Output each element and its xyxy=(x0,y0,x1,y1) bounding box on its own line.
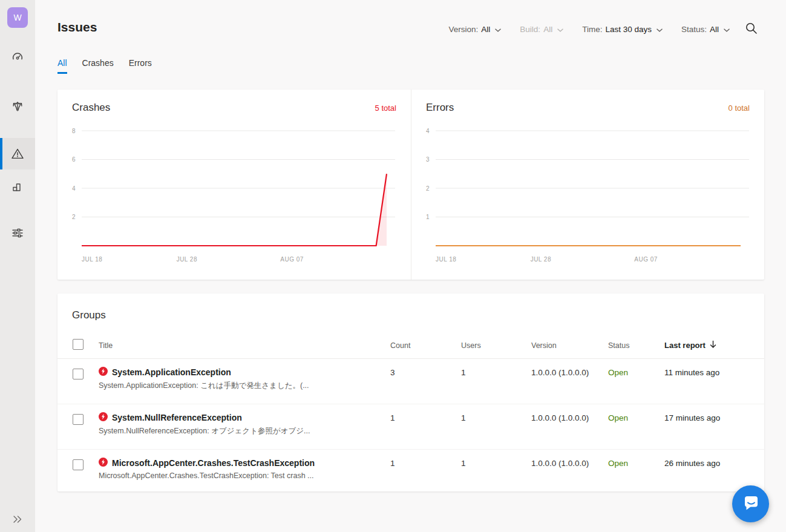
filter-version-label: Version: xyxy=(449,25,479,34)
svg-text:1: 1 xyxy=(426,214,430,220)
group-users: 1 xyxy=(461,367,531,377)
row-checkbox[interactable] xyxy=(73,459,84,470)
filter-bar: Version: All Build: All Time: Last 30 da… xyxy=(449,24,730,34)
group-version: 1.0.0.0 (1.0.0.0) xyxy=(531,367,608,377)
group-status: Open xyxy=(608,412,664,422)
crashes-chart: 2468JUL 18JUL 28AUG 07 xyxy=(72,125,396,271)
filter-build[interactable]: Build: All xyxy=(520,24,564,34)
crash-bolt-icon xyxy=(99,412,108,423)
filter-version-value: All xyxy=(481,25,490,34)
filter-status[interactable]: Status: All xyxy=(681,24,730,34)
filter-time-value: Last 30 days xyxy=(605,25,652,34)
filter-version[interactable]: Version: All xyxy=(449,24,502,34)
svg-text:JUL 18: JUL 18 xyxy=(436,256,456,263)
sidebar-item-distribute[interactable] xyxy=(0,91,35,121)
column-header-count[interactable]: Count xyxy=(390,341,461,350)
chevron-down-icon xyxy=(494,25,502,34)
sidebar-item-settings[interactable] xyxy=(0,218,35,248)
group-title: System.NullReferenceException xyxy=(112,413,242,422)
group-count: 1 xyxy=(390,412,461,422)
group-title: System.ApplicationException xyxy=(112,367,231,377)
group-status: Open xyxy=(608,458,664,468)
tab-crashes[interactable]: Crashes xyxy=(82,58,114,74)
column-header-status[interactable]: Status xyxy=(608,341,664,350)
sidebar-item-diagnostics[interactable] xyxy=(0,138,35,169)
svg-text:2: 2 xyxy=(72,214,76,220)
group-last-report: 26 minutes ago xyxy=(664,458,764,468)
filter-time[interactable]: Time: Last 30 days xyxy=(582,24,663,34)
svg-text:JUL 28: JUL 28 xyxy=(531,256,551,263)
group-status: Open xyxy=(608,367,664,377)
group-subtitle: System.NullReferenceException: オブジェクト参照が… xyxy=(99,426,390,436)
sidebar: W xyxy=(0,0,35,532)
groups-title: Groups xyxy=(57,294,764,321)
double-chevron-right-icon xyxy=(11,513,24,526)
svg-text:4: 4 xyxy=(426,128,430,134)
tab-all[interactable]: All xyxy=(57,58,67,74)
groups-table-header: Title Count Users Version Status Last re… xyxy=(57,332,764,359)
chat-bubble-icon xyxy=(739,491,763,517)
issues-tabs: All Crashes Errors xyxy=(57,58,152,74)
crashes-total-badge[interactable]: 5 total xyxy=(375,103,396,113)
sidebar-collapse-button[interactable] xyxy=(0,504,35,532)
sidebar-item-analytics[interactable] xyxy=(0,171,35,202)
app-avatar-label: W xyxy=(13,13,21,22)
chat-messenger-button[interactable] xyxy=(732,485,769,522)
group-last-report: 11 minutes ago xyxy=(664,367,764,377)
svg-text:4: 4 xyxy=(72,185,76,192)
bar-chart-icon xyxy=(10,179,25,194)
group-users: 1 xyxy=(461,412,531,422)
crash-bolt-icon xyxy=(99,458,108,468)
group-row-testcrash-exception[interactable]: Microsoft.AppCenter.Crashes.TestCrashExc… xyxy=(57,450,764,491)
groups-card: Groups Title Count Users Version Status … xyxy=(57,294,764,491)
select-all-checkbox[interactable] xyxy=(73,339,84,350)
svg-text:JUL 18: JUL 18 xyxy=(82,256,102,263)
app-avatar[interactable]: W xyxy=(7,7,28,28)
group-count: 3 xyxy=(390,367,461,377)
group-version: 1.0.0.0 (1.0.0.0) xyxy=(531,412,608,422)
errors-chart: 1234JUL 18JUL 28AUG 07 xyxy=(426,125,750,271)
search-button[interactable] xyxy=(745,22,759,36)
chevron-down-icon xyxy=(656,25,663,34)
errors-chart-title: Errors xyxy=(426,102,454,114)
filter-build-label: Build: xyxy=(520,25,540,34)
filter-time-label: Time: xyxy=(582,25,602,34)
sort-arrow-down-icon xyxy=(709,340,717,350)
column-header-version[interactable]: Version xyxy=(531,341,608,350)
svg-text:JUL 28: JUL 28 xyxy=(177,256,197,263)
gauge-icon xyxy=(10,50,25,65)
sliders-icon xyxy=(10,226,25,240)
sidebar-item-overview[interactable] xyxy=(0,42,35,73)
errors-total-badge[interactable]: 0 total xyxy=(729,103,750,113)
svg-text:3: 3 xyxy=(426,156,430,163)
errors-chart-panel: Errors 0 total 1234JUL 18JUL 28AUG 07 xyxy=(411,90,764,280)
svg-text:AUG 07: AUG 07 xyxy=(634,256,658,263)
column-header-users[interactable]: Users xyxy=(461,341,531,350)
crash-bolt-icon xyxy=(99,367,108,378)
svg-text:AUG 07: AUG 07 xyxy=(280,256,304,263)
group-version: 1.0.0.0 (1.0.0.0) xyxy=(531,458,608,468)
group-title: Microsoft.AppCenter.Crashes.TestCrashExc… xyxy=(112,458,315,468)
charts-card: Crashes 5 total 2468JUL 18JUL 28AUG 07 E… xyxy=(57,90,764,280)
svg-text:8: 8 xyxy=(72,128,76,134)
svg-text:2: 2 xyxy=(426,185,430,192)
group-users: 1 xyxy=(461,458,531,468)
column-header-last-report[interactable]: Last report xyxy=(664,340,764,350)
magnifier-icon xyxy=(745,27,758,37)
filter-status-value: All xyxy=(710,25,719,34)
group-subtitle: System.ApplicationException: これは手動で発生さまし… xyxy=(99,381,390,391)
distribute-arrows-icon xyxy=(10,99,25,113)
crashes-chart-panel: Crashes 5 total 2468JUL 18JUL 28AUG 07 xyxy=(57,90,411,280)
group-row-nullreference-exception[interactable]: System.NullReferenceException System.Nul… xyxy=(57,404,764,450)
crashes-chart-title: Crashes xyxy=(72,102,110,114)
filter-build-value: All xyxy=(543,25,552,34)
tab-errors[interactable]: Errors xyxy=(129,58,152,74)
chevron-down-icon xyxy=(557,25,564,34)
column-header-title[interactable]: Title xyxy=(95,341,390,350)
group-row-application-exception[interactable]: System.ApplicationException System.Appli… xyxy=(57,359,764,404)
row-checkbox[interactable] xyxy=(73,369,84,379)
svg-text:6: 6 xyxy=(72,156,76,163)
row-checkbox[interactable] xyxy=(73,414,84,425)
page-title: Issues xyxy=(57,20,97,34)
warning-triangle-icon xyxy=(10,146,25,161)
